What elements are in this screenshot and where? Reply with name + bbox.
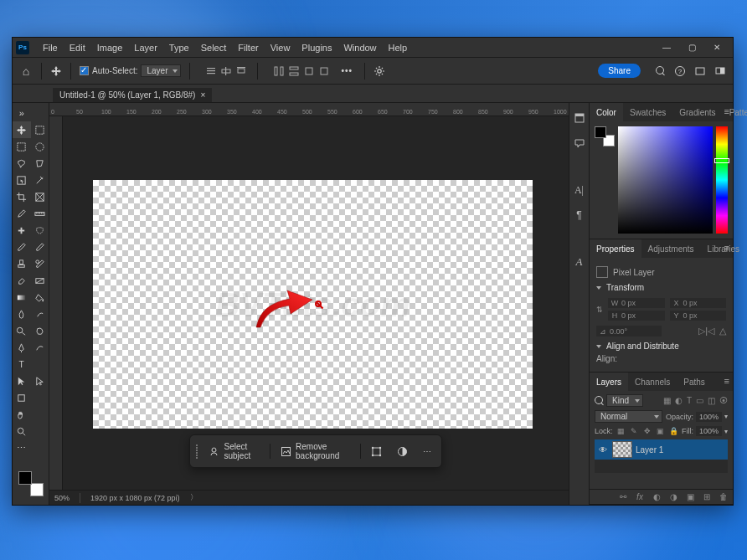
freepen-tool[interactable] [31,339,49,356]
mask-button[interactable] [390,443,415,460]
heal-tool[interactable] [13,222,31,239]
bucket-tool[interactable] [31,289,49,306]
window-maximize-button[interactable]: ▢ [679,40,704,55]
cloud-icon[interactable] [694,65,706,77]
home-icon[interactable] [19,64,33,78]
align-icon[interactable] [203,64,219,79]
vtype-tool[interactable] [31,356,49,372]
pen-tool[interactable] [13,339,31,356]
panel-tab-adjustments[interactable]: Adjustments [641,239,701,258]
distribute-icon[interactable] [286,64,301,79]
dodge-tool[interactable] [13,322,31,339]
character-panel-icon[interactable]: A| [573,183,586,197]
eyedropper-tool[interactable] [13,205,31,222]
filter-type-icon[interactable]: T [687,396,692,405]
layer-item[interactable]: 👁Layer 1 [595,439,728,460]
filter-smart-icon[interactable]: ◫ [708,396,715,405]
panel-menu-icon[interactable]: ≡ [724,243,729,253]
workspace-icon[interactable] [714,65,726,77]
menu-view[interactable]: View [265,41,296,54]
type-tool[interactable]: T [13,356,31,372]
hue-slider[interactable] [716,126,728,234]
artboard-tool[interactable] [31,121,49,138]
menu-help[interactable]: Help [384,41,413,54]
auto-select-checkbox[interactable] [80,66,89,75]
menu-edit[interactable]: Edit [64,41,90,54]
align-icon[interactable] [219,64,234,79]
share-button[interactable]: Share [598,64,641,78]
select-subject-button[interactable]: Select subject [202,439,266,464]
filter-shape-icon[interactable]: ▭ [696,396,703,405]
color-field[interactable] [618,126,713,234]
more-options-icon[interactable]: ••• [338,66,357,75]
lock-all-icon[interactable]: 🔒 [668,427,678,435]
direct-select-tool[interactable] [31,372,49,389]
filter-adjust-icon[interactable]: ◐ [675,396,683,405]
adjustment-icon[interactable]: ◑ [667,492,679,501]
eraser-tool[interactable] [13,272,31,289]
gear-icon[interactable] [374,65,385,77]
ellipse-shape-tool[interactable] [31,389,49,406]
smudge-tool[interactable] [31,306,49,322]
poly-lasso-tool[interactable] [31,155,49,172]
ellipse-marquee-tool[interactable] [31,138,49,155]
lock-artboard-icon[interactable]: ▣ [656,427,666,435]
panel-tab-paths[interactable]: Paths [677,372,712,391]
flip-h-icon[interactable]: ▷|◁ [698,326,714,337]
move-tool[interactable] [13,121,31,138]
menu-select[interactable]: Select [196,41,232,54]
more-button[interactable]: ⋯ [416,444,438,460]
menu-type[interactable]: Type [164,41,194,54]
lasso-tool[interactable] [13,155,31,172]
canvas-viewport[interactable]: BVTuts.com Select subject [63,116,569,490]
link-wh-icon[interactable]: ⇅ [596,306,605,314]
layer-thumbnail[interactable] [612,441,632,458]
marquee-tool[interactable] [13,138,31,155]
history-brush-tool[interactable] [31,255,49,272]
document-tab[interactable]: Untitled-1 @ 50% (Layer 1, RGB/8#) × [53,88,212,102]
menu-layer[interactable]: Layer [129,41,162,54]
distribute-icon[interactable] [317,64,332,79]
blur-tool[interactable] [13,306,31,322]
window-close-button[interactable]: ✕ [704,40,729,55]
magic-wand-tool[interactable] [31,172,49,188]
panel-tab-layers[interactable]: Layers [590,372,628,391]
gradient-tool[interactable] [13,289,31,306]
fx-icon[interactable]: fx [634,492,646,501]
zoom-level[interactable]: 50% [54,494,70,502]
opacity-field[interactable]: 100% [696,412,722,422]
doc-info-chevron-icon[interactable]: 〉 [190,492,198,503]
comments-panel-icon[interactable] [573,136,586,150]
width-field[interactable]: W0 px [608,298,665,308]
mask-icon[interactable]: ◐ [651,492,662,501]
hand-tool[interactable] [13,406,31,423]
link-layers-icon[interactable]: ⚯ [617,492,629,501]
layer-search-icon[interactable] [595,396,603,405]
object-select-tool[interactable] [13,172,31,188]
flip-v-icon[interactable]: △ [719,326,726,337]
toolbox-collapse-icon[interactable]: » [13,105,31,121]
align-section-toggle[interactable]: Align and Distribute [596,342,726,351]
pencil-tool[interactable] [31,239,49,255]
paragraph-panel-icon[interactable]: ¶ [573,208,586,222]
frame-tool[interactable] [31,188,49,205]
window-minimize-button[interactable]: — [654,40,679,55]
filter-toggle-icon[interactable]: ⦿ [719,396,728,405]
y-field[interactable]: Y0 px [670,311,727,321]
panel-menu-icon[interactable]: ≡ [724,376,729,386]
menu-plugins[interactable]: Plugins [296,41,337,54]
angle-field[interactable]: ⊿0.00° [596,326,662,337]
remove-background-button[interactable]: Remove background [274,439,357,464]
menu-image[interactable]: Image [92,41,128,54]
menu-file[interactable]: File [38,41,63,54]
distribute-icon[interactable] [301,64,317,79]
menu-filter[interactable]: Filter [233,41,263,54]
panel-tab-properties[interactable]: Properties [590,239,641,258]
brush-tool[interactable] [13,239,31,255]
new-layer-icon[interactable]: ⊞ [701,492,713,501]
height-field[interactable]: H0 px [608,311,665,321]
transform-button[interactable] [364,443,389,460]
glyphs-panel-icon[interactable]: A [573,255,586,269]
panel-tab-swatches[interactable]: Swatches [623,103,672,121]
artboard[interactable]: BVTuts.com [93,180,533,429]
